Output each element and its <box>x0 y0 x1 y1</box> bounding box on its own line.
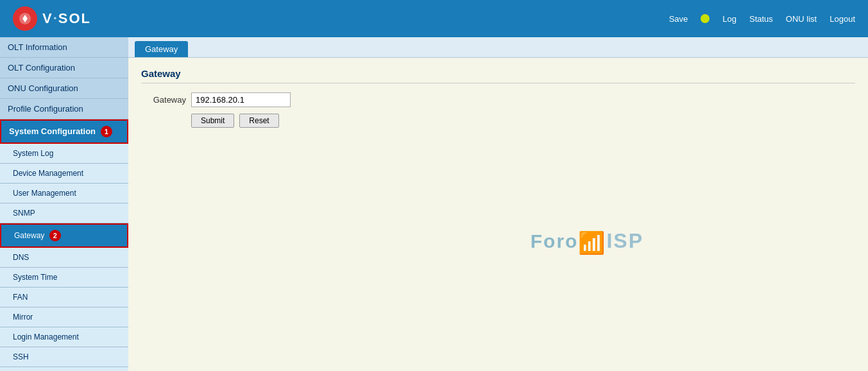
sidebar-item-fan[interactable]: FAN <box>0 288 128 307</box>
sidebar-item-olt-configuration[interactable]: OLT Configuration <box>0 58 128 78</box>
sidebar-item-system-log[interactable]: System Log <box>0 144 128 164</box>
sidebar-item-onu-configuration[interactable]: ONU Configuration <box>0 78 128 99</box>
sidebar-item-system-configuration[interactable]: System Configuration 1 <box>0 119 128 144</box>
header: V·SOL Save Log Status ONU list Logout <box>0 0 868 37</box>
badge-1: 1 <box>101 126 112 137</box>
section-title: Gateway <box>141 68 855 83</box>
main-content: Gateway Gateway Gateway Submit Reset For… <box>128 37 868 371</box>
status-button[interactable]: Status <box>749 14 773 24</box>
sidebar-item-snmp[interactable]: SNMP <box>0 203 128 223</box>
tab-bar: Gateway <box>128 37 868 58</box>
sidebar-item-gateway[interactable]: Gateway 2 <box>0 223 128 248</box>
content-area: Gateway Gateway Submit Reset <box>128 58 868 138</box>
sidebar: OLT Information OLT Configuration ONU Co… <box>0 37 128 371</box>
log-button[interactable]: Log <box>722 14 736 24</box>
onu-list-button[interactable]: ONU list <box>786 14 817 24</box>
form-buttons: Submit Reset <box>191 114 855 128</box>
sidebar-item-user-management[interactable]: User Management <box>0 184 128 203</box>
save-button[interactable]: Save <box>669 14 688 24</box>
sidebar-item-profile-configuration[interactable]: Profile Configuration <box>0 99 128 119</box>
sidebar-item-diagnose[interactable]: Diagnose <box>0 367 128 371</box>
sidebar-item-dns[interactable]: DNS <box>0 248 128 268</box>
watermark: Foro📶ISP <box>531 229 643 255</box>
gateway-form-row: Gateway <box>141 92 855 107</box>
sidebar-item-login-management[interactable]: Login Management <box>0 327 128 347</box>
logo-icon <box>13 6 37 31</box>
sidebar-item-mirror[interactable]: Mirror <box>0 307 128 327</box>
layout: OLT Information OLT Configuration ONU Co… <box>0 37 868 371</box>
logout-button[interactable]: Logout <box>830 14 855 24</box>
header-right: Save Log Status ONU list Logout <box>669 14 855 24</box>
sidebar-item-device-management[interactable]: Device Management <box>0 164 128 184</box>
status-indicator <box>701 14 710 23</box>
tab-gateway[interactable]: Gateway <box>135 41 188 57</box>
logo-text: V·SOL <box>42 10 91 27</box>
sidebar-item-olt-information[interactable]: OLT Information <box>0 37 128 58</box>
badge-2: 2 <box>49 230 61 241</box>
reset-button[interactable]: Reset <box>239 114 278 128</box>
submit-button[interactable]: Submit <box>191 114 234 128</box>
logo-area: V·SOL <box>13 6 135 31</box>
gateway-label: Gateway <box>141 95 186 105</box>
gateway-input[interactable] <box>191 92 291 107</box>
sidebar-item-system-time[interactable]: System Time <box>0 268 128 288</box>
sidebar-item-ssh[interactable]: SSH <box>0 347 128 367</box>
